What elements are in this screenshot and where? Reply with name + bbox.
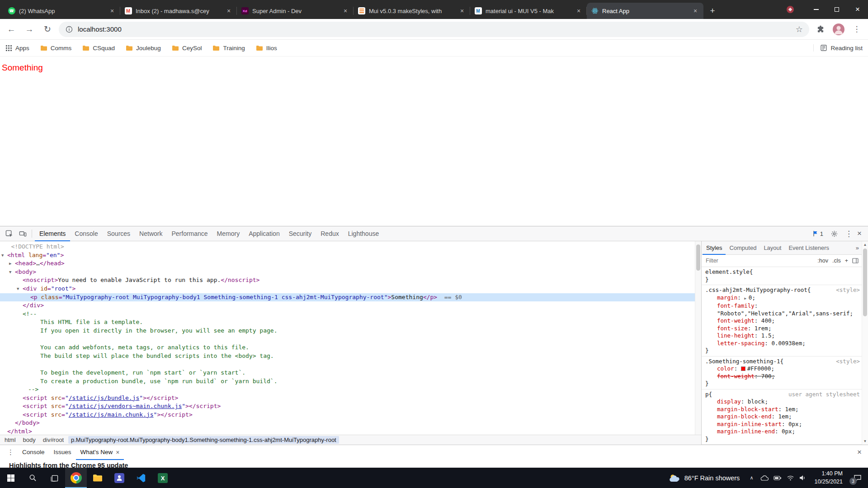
drawer-tab-issues[interactable]: Issues — [49, 445, 76, 460]
devtools-settings-gear-icon[interactable] — [828, 227, 840, 240]
breadcrumb-item[interactable]: html — [2, 436, 19, 444]
sidebar-panel-icon[interactable] — [852, 258, 859, 263]
tab-close-icon[interactable]: × — [575, 7, 583, 15]
devtools-tab-application[interactable]: Application — [244, 226, 284, 241]
bookmark-folder[interactable]: Comms — [40, 45, 72, 52]
elements-tree-row[interactable]: <script src="/static/js/main.chunk.js"><… — [0, 411, 701, 419]
action-center-button[interactable]: 3 — [847, 468, 868, 488]
stylesheet-origin[interactable]: user agent stylesheet — [786, 391, 860, 399]
drawer-tab-console[interactable]: Console — [18, 445, 49, 460]
rule-selector[interactable]: p — [705, 391, 709, 399]
apps-shortcut[interactable]: Apps — [5, 45, 29, 52]
elements-tree-row[interactable]: <p class="MuiTypography-root MuiTypograp… — [0, 293, 701, 302]
styles-sidebar-tab-styles[interactable]: Styles — [703, 241, 726, 255]
tray-chevron-up-icon[interactable]: ∧ — [746, 475, 757, 481]
issues-counter[interactable]: 1 — [812, 230, 823, 237]
styles-sidebar-tab-layout[interactable]: Layout — [760, 241, 785, 255]
css-property[interactable]: margin-block-start: 1em; — [705, 406, 860, 413]
styles-toggle[interactable]: + — [845, 258, 848, 264]
css-property[interactable]: letter-spacing: 0.00938em; — [705, 340, 860, 347]
elements-tree-row[interactable]: To begin the development, run `npm start… — [0, 369, 701, 377]
taskbar-vscode-button[interactable] — [130, 468, 152, 488]
styles-sidebar-tab-event-listeners[interactable]: Event Listeners — [785, 241, 833, 255]
stylesheet-origin[interactable]: <style> — [833, 358, 860, 366]
forward-button[interactable]: → — [23, 23, 36, 36]
taskbar-clock[interactable]: 1:40 PM 10/25/2021 — [810, 470, 847, 486]
back-button[interactable]: ← — [5, 23, 18, 36]
devtools-tab-performance[interactable]: Performance — [167, 226, 212, 241]
profile-avatar[interactable] — [832, 23, 845, 36]
scrollbar-thumb[interactable] — [863, 249, 867, 316]
taskbar-chrome-button[interactable] — [65, 468, 87, 488]
wifi-icon[interactable] — [787, 475, 794, 481]
reading-list-button[interactable]: Reading list — [813, 44, 863, 52]
disclosure-open-icon[interactable]: ▼ — [17, 285, 19, 293]
browser-tab[interactable]: MInbox (2) - madhawa.s@cey× — [120, 3, 237, 19]
elements-tree-row[interactable]: The build step will place the bundled sc… — [0, 352, 701, 361]
elements-tree-row[interactable]: ▼<body> — [0, 268, 701, 277]
bookmark-star-icon[interactable]: ☆ — [796, 24, 803, 34]
elements-tree-row[interactable]: <script src="/static/js/bundle.js"></scr… — [0, 394, 701, 403]
new-tab-button[interactable]: + — [706, 5, 719, 17]
close-window-button[interactable]: × — [847, 0, 868, 19]
device-toolbar-icon[interactable] — [16, 227, 29, 240]
devtools-tab-sources[interactable]: Sources — [103, 226, 135, 241]
task-view-button[interactable] — [43, 468, 65, 488]
drawer-menu-icon[interactable]: ⋮ — [4, 448, 18, 456]
bookmark-folder[interactable]: Joulebug — [126, 45, 161, 52]
css-property[interactable]: margin-inline-end: 0px; — [705, 428, 860, 436]
onedrive-cloud-icon[interactable] — [760, 475, 769, 481]
elements-tree-row[interactable]: <!-- — [0, 310, 701, 319]
tab-close-icon[interactable]: × — [458, 7, 466, 15]
extensions-puzzle-icon[interactable] — [814, 23, 827, 36]
rule-selector[interactable]: .css-ahj2mt-MuiTypography-root — [705, 286, 807, 294]
elements-tree-row[interactable] — [0, 335, 701, 344]
bookmark-folder[interactable]: CeySol — [172, 45, 202, 52]
tab-close-icon[interactable]: × — [341, 7, 349, 15]
expand-arrow-icon[interactable]: ▶ — [744, 296, 749, 300]
extension-icon[interactable] — [787, 6, 794, 13]
disclosure-open-icon[interactable]: ▼ — [9, 268, 11, 277]
elements-tree-row[interactable]: ▼<div id="root"> — [0, 285, 701, 293]
styles-filter-input[interactable] — [706, 258, 813, 264]
tab-close-icon[interactable]: × — [108, 7, 116, 15]
elements-tree-row[interactable]: <!DOCTYPE html> — [0, 243, 701, 251]
breadcrumb-item[interactable]: div#root — [40, 436, 66, 444]
elements-tree-row[interactable]: <noscript>You need to enable JavaScript … — [0, 276, 701, 285]
disclosure-closed-icon[interactable]: ▶ — [9, 259, 11, 268]
browser-tab[interactable]: Mui v5.0.3 makeStyles, with× — [354, 3, 470, 19]
address-bar[interactable]: localhost:3000 ☆ — [59, 22, 809, 37]
start-button[interactable] — [0, 468, 22, 488]
css-property[interactable]: font-size: 1rem; — [705, 325, 860, 333]
elements-tree-row[interactable]: ▼<html lang="en"> — [0, 251, 701, 260]
inspect-element-icon[interactable] — [3, 227, 15, 240]
devtools-tab-redux[interactable]: Redux — [316, 226, 343, 241]
css-property[interactable]: font-weight: 400; — [705, 317, 860, 325]
styles-sidebar-tab-computed[interactable]: Computed — [726, 241, 760, 255]
elements-tree-row[interactable]: --> — [0, 385, 701, 394]
elements-tree-row[interactable]: </div> — [0, 301, 701, 310]
tab-close-icon[interactable]: × — [225, 7, 233, 15]
browser-tab[interactable]: Mmaterial ui - MUI V5 - Mak× — [470, 3, 587, 19]
weather-widget[interactable]: 86°F Rain showers — [662, 468, 746, 488]
css-property[interactable]: line-height: 1.5; — [705, 332, 860, 340]
css-property[interactable]: margin: ▶ 0; — [705, 294, 860, 303]
elements-tree-row[interactable] — [0, 360, 701, 369]
css-property[interactable]: display: block; — [705, 398, 860, 406]
rule-selector[interactable]: element.style — [705, 268, 750, 276]
minimize-button[interactable] — [806, 0, 826, 19]
css-property[interactable]: color: #FF0000; — [705, 365, 860, 373]
devtools-tab-lighthouse[interactable]: Lighthouse — [344, 226, 384, 241]
elements-tree-row[interactable]: ▶<head>…</head> — [0, 259, 701, 268]
breadcrumb-item[interactable]: p.MuiTypography-root.MuiTypography-body1… — [68, 436, 339, 444]
breadcrumb-item[interactable]: body — [20, 436, 38, 444]
battery-icon[interactable] — [774, 475, 782, 481]
devtools-tab-memory[interactable]: Memory — [212, 226, 245, 241]
styles-scrollbar[interactable]: ▲ ▼ — [862, 241, 868, 445]
elements-tree-row[interactable]: This HTML file is a template. — [0, 318, 701, 327]
stylesheet-origin[interactable]: <style> — [833, 286, 860, 294]
browser-tab[interactable]: XdSuper Admin - Dev× — [237, 3, 354, 19]
scroll-up-icon[interactable]: ▲ — [863, 243, 867, 247]
elements-scrollbar[interactable] — [695, 241, 701, 435]
drawer-close-icon[interactable]: × — [857, 448, 864, 457]
